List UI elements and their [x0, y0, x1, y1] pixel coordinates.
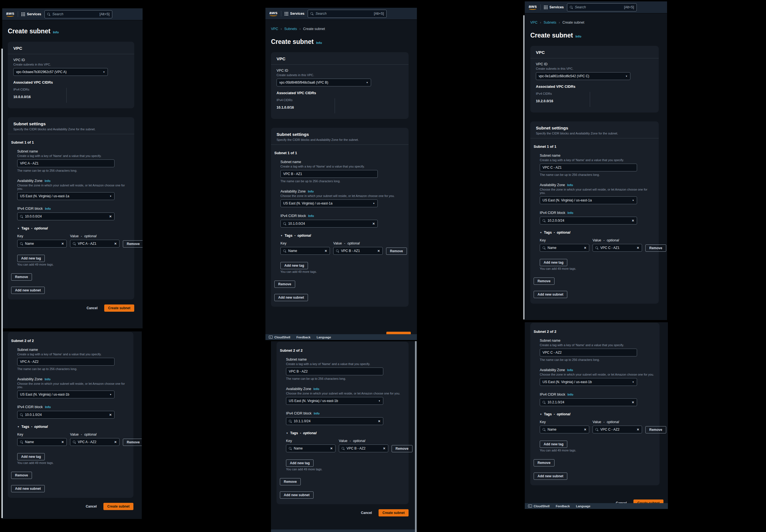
ipv4-cidr-input[interactable]: 10.0.0.0/24 ✕: [17, 213, 114, 220]
scrollbar-artifact[interactable]: [523, 15, 525, 319]
availability-zone-select[interactable]: US East (N. Virginia) / us-east-1b ▼: [17, 391, 114, 398]
ipv4-cidr-info-link[interactable]: Info: [568, 211, 573, 214]
add-new-tag-button[interactable]: Add new tag: [540, 259, 567, 266]
add-new-tag-button[interactable]: Add new tag: [286, 459, 313, 467]
breadcrumb-vpc[interactable]: VPC: [530, 21, 538, 24]
clear-icon[interactable]: ✕: [584, 428, 587, 431]
remove-subnet-button[interactable]: Remove: [11, 273, 32, 281]
tags-expander[interactable]: ▼ Tags - optional: [280, 234, 403, 238]
add-new-tag-button[interactable]: Add new tag: [17, 453, 45, 460]
tag-key-input[interactable]: Name ✕: [17, 240, 67, 248]
tag-value-input[interactable]: VPC A - AZ1 ✕: [70, 240, 119, 248]
add-new-tag-button[interactable]: Add new tag: [540, 441, 567, 448]
search-input[interactable]: Search [Alt+S]: [44, 10, 112, 18]
vpc-id-select[interactable]: vpc-0e1a861c68cd6c542 (VPC C) ▼: [536, 72, 630, 80]
tag-value-input[interactable]: VPC B - AZ2 ✕: [339, 444, 388, 452]
ipv4-cidr-input[interactable]: 10.2.0.0/24 ✕: [540, 217, 637, 224]
create-subnet-button[interactable]: Create subnet: [104, 304, 134, 312]
vpc-id-select[interactable]: vpc-05bf8465f948c0aa6 (VPC B) ▼: [276, 79, 371, 86]
clear-icon[interactable]: ✕: [637, 246, 639, 250]
clear-icon[interactable]: ✕: [632, 401, 634, 404]
remove-subnet-button[interactable]: Remove: [534, 278, 555, 285]
cloudshell-link[interactable]: >_ CloudShell: [528, 504, 550, 508]
services-menu[interactable]: Services: [284, 12, 304, 16]
create-subnet-button[interactable]: Create subnet: [378, 509, 409, 516]
remove-subnet-button[interactable]: Remove: [274, 281, 295, 288]
feedback-link[interactable]: Feedback: [296, 336, 310, 339]
availability-zone-select[interactable]: US East (N. Virginia) / us-east-1b ▼: [540, 378, 637, 386]
cloudshell-link[interactable]: >_ CloudShell: [269, 336, 290, 339]
clear-icon[interactable]: ✕: [61, 242, 64, 246]
breadcrumb-subnets[interactable]: Subnets: [544, 21, 557, 24]
clear-icon[interactable]: ✕: [632, 219, 634, 223]
page-info-link[interactable]: Info: [53, 31, 59, 34]
clear-icon[interactable]: ✕: [109, 413, 112, 417]
aws-logo[interactable]: aws: [6, 12, 14, 17]
availability-zone-select[interactable]: US East (N. Virginia) / us-east-1a ▼: [17, 192, 114, 200]
clear-icon[interactable]: ✕: [372, 222, 375, 226]
vpc-id-select[interactable]: vpc-0cbaee7b302962c57 (VPC A) ▼: [13, 68, 108, 76]
add-new-subnet-button[interactable]: Add new subnet: [11, 485, 45, 492]
add-new-tag-button[interactable]: Add new tag: [17, 255, 45, 262]
search-input[interactable]: Search [Alt+S]: [308, 10, 387, 18]
remove-tag-button[interactable]: Remove: [392, 445, 413, 452]
remove-subnet-button[interactable]: Remove: [11, 472, 32, 479]
availability-zone-info-link[interactable]: Info: [308, 190, 314, 193]
availability-zone-info-link[interactable]: Info: [45, 378, 51, 381]
breadcrumb-subnets[interactable]: Subnets: [284, 27, 297, 31]
aws-logo[interactable]: aws: [269, 11, 278, 16]
services-menu[interactable]: Services: [544, 5, 564, 9]
feedback-link[interactable]: Feedback: [556, 504, 570, 508]
remove-tag-button[interactable]: Remove: [645, 244, 666, 252]
add-new-subnet-button[interactable]: Add new subnet: [534, 473, 567, 480]
subnet-name-input[interactable]: VPC A - AZ2: [17, 358, 114, 366]
tags-expander[interactable]: ▼ Tags - optional: [286, 431, 403, 435]
tag-key-input[interactable]: Name ✕: [540, 244, 589, 252]
clear-icon[interactable]: ✕: [114, 440, 117, 444]
remove-tag-button[interactable]: Remove: [386, 248, 407, 255]
ipv4-cidr-info-link[interactable]: Info: [568, 393, 573, 396]
scrollbar-artifact[interactable]: [1, 49, 3, 518]
add-new-tag-button[interactable]: Add new tag: [280, 262, 308, 269]
ipv4-cidr-info-link[interactable]: Info: [45, 207, 51, 210]
add-new-subnet-button[interactable]: Add new subnet: [280, 491, 313, 499]
subnet-name-input[interactable]: VPC B - AZ1: [280, 170, 378, 178]
search-input[interactable]: Search [Alt+S]: [567, 3, 637, 11]
remove-tag-button[interactable]: Remove: [123, 240, 143, 248]
availability-zone-info-link[interactable]: Info: [567, 183, 573, 187]
tag-key-input[interactable]: Name ✕: [286, 444, 335, 452]
subnet-name-input[interactable]: VPC C - AZ1: [540, 164, 637, 171]
clear-icon[interactable]: ✕: [377, 249, 380, 253]
remove-subnet-button[interactable]: Remove: [534, 459, 555, 466]
tags-expander[interactable]: ▼ Tags - optional: [17, 226, 129, 230]
services-menu[interactable]: Services: [21, 12, 41, 16]
tags-expander[interactable]: ▼ Tags - optional: [540, 231, 653, 234]
ipv4-cidr-input[interactable]: 10.1.1.0/24 ✕: [286, 417, 383, 425]
create-subnet-button[interactable]: Create subnet: [103, 503, 133, 510]
ipv4-cidr-input[interactable]: 10.0.1.0/24 ✕: [17, 411, 114, 419]
ipv4-cidr-info-link[interactable]: Info: [314, 412, 319, 415]
ipv4-cidr-info-link[interactable]: Info: [308, 214, 314, 218]
cancel-button[interactable]: Cancel: [83, 304, 101, 312]
availability-zone-info-link[interactable]: Info: [45, 179, 51, 183]
availability-zone-info-link[interactable]: Info: [313, 387, 319, 391]
breadcrumb-vpc[interactable]: VPC: [271, 27, 278, 31]
tags-expander[interactable]: ▼ Tags - optional: [17, 425, 128, 429]
tag-key-input[interactable]: Name ✕: [280, 247, 330, 255]
clear-icon[interactable]: ✕: [378, 419, 380, 423]
availability-zone-select[interactable]: US East (N. Virginia) / us-east-1a ▼: [280, 199, 378, 207]
availability-zone-select[interactable]: US East (N. Virginia) / us-east-1a ▼: [540, 196, 637, 204]
tag-key-input[interactable]: Name ✕: [540, 426, 589, 433]
clear-icon[interactable]: ✕: [114, 242, 117, 246]
cancel-button[interactable]: Cancel: [357, 509, 376, 516]
remove-subnet-button[interactable]: Remove: [280, 478, 301, 485]
clear-icon[interactable]: ✕: [109, 215, 112, 218]
add-new-subnet-button[interactable]: Add new subnet: [534, 291, 567, 298]
subnet-name-input[interactable]: VPC B - AZ2: [286, 368, 383, 375]
page-info-link[interactable]: Info: [575, 35, 581, 38]
clear-icon[interactable]: ✕: [330, 447, 333, 450]
create-subnet-button-partial[interactable]: [387, 332, 411, 334]
ipv4-cidr-info-link[interactable]: Info: [45, 405, 51, 409]
ipv4-cidr-input[interactable]: 10.2.1.0/24 ✕: [540, 398, 637, 406]
subnet-name-input[interactable]: VPC A - AZ1: [17, 159, 114, 167]
